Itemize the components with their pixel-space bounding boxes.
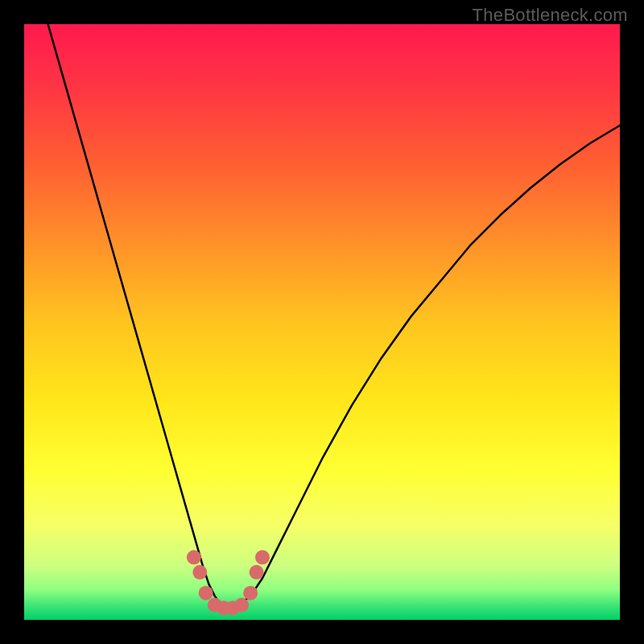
plot-area xyxy=(24,24,620,620)
curve-marker xyxy=(255,550,270,564)
curve-marker xyxy=(243,586,258,601)
curve-marker xyxy=(234,598,249,613)
chart-stage: TheBottleneck.com xyxy=(0,0,644,644)
curve-marker xyxy=(192,565,207,580)
curve-layer xyxy=(24,24,620,620)
bottleneck-curve xyxy=(48,24,620,608)
curve-marker xyxy=(187,550,201,564)
curve-marker xyxy=(250,565,264,580)
curve-markers xyxy=(187,550,270,615)
watermark-text: TheBottleneck.com xyxy=(473,5,628,26)
curve-marker xyxy=(199,586,213,601)
